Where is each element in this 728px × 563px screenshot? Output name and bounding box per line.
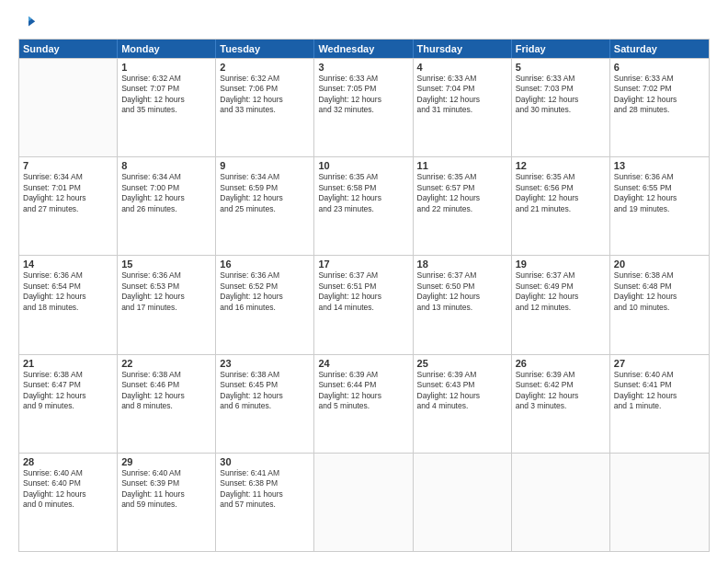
cell-text: Sunrise: 6:39 AM Sunset: 6:44 PM Dayligh… [318, 370, 408, 412]
cell-text: Sunrise: 6:36 AM Sunset: 6:53 PM Dayligh… [121, 270, 211, 313]
day-number: 10 [318, 160, 408, 171]
cell-text: Sunrise: 6:36 AM Sunset: 6:52 PM Dayligh… [220, 270, 310, 313]
calendar-body: 1Sunrise: 6:32 AM Sunset: 7:07 PM Daylig… [19, 58, 709, 551]
calendar-cell: 12Sunrise: 6:35 AM Sunset: 6:56 PM Dayli… [512, 157, 610, 255]
cell-text: Sunrise: 6:34 AM Sunset: 6:59 PM Dayligh… [220, 172, 310, 214]
day-number: 6 [614, 62, 705, 73]
cell-text: Sunrise: 6:36 AM Sunset: 6:54 PM Dayligh… [23, 270, 113, 313]
calendar-cell: 3Sunrise: 6:33 AM Sunset: 7:05 PM Daylig… [314, 59, 413, 156]
calendar-cell [314, 454, 413, 551]
calendar-cell [512, 454, 610, 551]
weekday-header: Thursday [414, 40, 512, 58]
cell-text: Sunrise: 6:38 AM Sunset: 6:46 PM Dayligh… [121, 370, 211, 412]
day-number: 1 [121, 62, 211, 73]
cell-text: Sunrise: 6:40 AM Sunset: 6:41 PM Dayligh… [614, 370, 705, 412]
day-number: 26 [516, 358, 606, 369]
cell-text: Sunrise: 6:41 AM Sunset: 6:38 PM Dayligh… [220, 468, 310, 511]
calendar-cell [414, 454, 512, 551]
day-number: 20 [614, 259, 705, 270]
calendar-cell: 5Sunrise: 6:33 AM Sunset: 7:03 PM Daylig… [512, 59, 610, 156]
weekday-header: Wednesday [314, 40, 413, 58]
cell-text: Sunrise: 6:38 AM Sunset: 6:47 PM Dayligh… [23, 370, 113, 412]
calendar-cell: 17Sunrise: 6:37 AM Sunset: 6:51 PM Dayli… [314, 256, 413, 353]
cell-text: Sunrise: 6:34 AM Sunset: 7:01 PM Dayligh… [23, 172, 113, 214]
cell-text: Sunrise: 6:39 AM Sunset: 6:43 PM Dayligh… [417, 370, 507, 412]
day-number: 12 [516, 160, 606, 171]
day-number: 11 [417, 160, 507, 171]
cell-text: Sunrise: 6:33 AM Sunset: 7:05 PM Dayligh… [318, 74, 408, 116]
calendar-header: SundayMondayTuesdayWednesdayThursdayFrid… [19, 40, 709, 58]
cell-text: Sunrise: 6:32 AM Sunset: 7:07 PM Dayligh… [121, 74, 211, 116]
day-number: 8 [121, 160, 211, 171]
logo-flag-icon [20, 15, 37, 31]
calendar-cell: 25Sunrise: 6:39 AM Sunset: 6:43 PM Dayli… [414, 355, 512, 453]
day-number: 19 [516, 259, 606, 270]
calendar-cell: 21Sunrise: 6:38 AM Sunset: 6:47 PM Dayli… [19, 355, 118, 453]
cell-text: Sunrise: 6:40 AM Sunset: 6:40 PM Dayligh… [23, 468, 113, 511]
weekday-header: Saturday [610, 40, 709, 58]
day-number: 23 [220, 358, 310, 369]
calendar-cell [610, 454, 709, 551]
calendar-cell: 26Sunrise: 6:39 AM Sunset: 6:42 PM Dayli… [512, 355, 610, 453]
cell-text: Sunrise: 6:37 AM Sunset: 6:50 PM Dayligh… [417, 270, 507, 313]
cell-text: Sunrise: 6:37 AM Sunset: 6:51 PM Dayligh… [318, 270, 408, 313]
calendar-cell: 30Sunrise: 6:41 AM Sunset: 6:38 PM Dayli… [216, 454, 314, 551]
day-number: 16 [220, 259, 310, 270]
weekday-header: Tuesday [216, 40, 314, 58]
calendar-row: 7Sunrise: 6:34 AM Sunset: 7:01 PM Daylig… [19, 156, 709, 255]
cell-text: Sunrise: 6:33 AM Sunset: 7:02 PM Dayligh… [614, 74, 705, 116]
calendar-cell: 14Sunrise: 6:36 AM Sunset: 6:54 PM Dayli… [19, 256, 118, 353]
calendar-cell: 13Sunrise: 6:36 AM Sunset: 6:55 PM Dayli… [610, 157, 709, 255]
calendar-cell: 19Sunrise: 6:37 AM Sunset: 6:49 PM Dayli… [512, 256, 610, 353]
cell-text: Sunrise: 6:38 AM Sunset: 6:48 PM Dayligh… [614, 270, 705, 313]
calendar-cell: 23Sunrise: 6:38 AM Sunset: 6:45 PM Dayli… [216, 355, 314, 453]
day-number: 17 [318, 259, 408, 270]
calendar-cell: 10Sunrise: 6:35 AM Sunset: 6:58 PM Dayli… [314, 157, 413, 255]
calendar-cell: 27Sunrise: 6:40 AM Sunset: 6:41 PM Dayli… [610, 355, 709, 453]
calendar-cell: 29Sunrise: 6:40 AM Sunset: 6:39 PM Dayli… [118, 454, 216, 551]
calendar-cell: 6Sunrise: 6:33 AM Sunset: 7:02 PM Daylig… [610, 59, 709, 156]
day-number: 3 [318, 62, 408, 73]
weekday-header: Monday [118, 40, 216, 58]
calendar-cell: 18Sunrise: 6:37 AM Sunset: 6:50 PM Dayli… [414, 256, 512, 353]
calendar-cell: 22Sunrise: 6:38 AM Sunset: 6:46 PM Dayli… [118, 355, 216, 453]
cell-text: Sunrise: 6:35 AM Sunset: 6:57 PM Dayligh… [417, 172, 507, 214]
day-number: 25 [417, 358, 507, 369]
calendar-row: 1Sunrise: 6:32 AM Sunset: 7:07 PM Daylig… [19, 58, 709, 156]
calendar-cell: 20Sunrise: 6:38 AM Sunset: 6:48 PM Dayli… [610, 256, 709, 353]
cell-text: Sunrise: 6:34 AM Sunset: 7:00 PM Dayligh… [121, 172, 211, 214]
day-number: 13 [614, 160, 705, 171]
calendar-cell: 7Sunrise: 6:34 AM Sunset: 7:01 PM Daylig… [19, 157, 118, 255]
cell-text: Sunrise: 6:38 AM Sunset: 6:45 PM Dayligh… [220, 370, 310, 412]
day-number: 28 [23, 456, 113, 467]
calendar-cell: 11Sunrise: 6:35 AM Sunset: 6:57 PM Dayli… [414, 157, 512, 255]
cell-text: Sunrise: 6:35 AM Sunset: 6:58 PM Dayligh… [318, 172, 408, 214]
calendar-cell: 9Sunrise: 6:34 AM Sunset: 6:59 PM Daylig… [216, 157, 314, 255]
day-number: 4 [417, 62, 507, 73]
day-number: 14 [23, 259, 113, 270]
cell-text: Sunrise: 6:33 AM Sunset: 7:04 PM Dayligh… [417, 74, 507, 116]
day-number: 5 [516, 62, 606, 73]
cell-text: Sunrise: 6:33 AM Sunset: 7:03 PM Dayligh… [516, 74, 606, 116]
weekday-header: Friday [512, 40, 610, 58]
calendar-row: 21Sunrise: 6:38 AM Sunset: 6:47 PM Dayli… [19, 354, 709, 453]
calendar-cell: 2Sunrise: 6:32 AM Sunset: 7:06 PM Daylig… [216, 59, 314, 156]
header [18, 15, 710, 29]
calendar-cell: 24Sunrise: 6:39 AM Sunset: 6:44 PM Dayli… [314, 355, 413, 453]
day-number: 9 [220, 160, 310, 171]
day-number: 24 [318, 358, 408, 369]
calendar: SundayMondayTuesdayWednesdayThursdayFrid… [18, 39, 710, 552]
page: SundayMondayTuesdayWednesdayThursdayFrid… [0, 0, 728, 563]
calendar-cell: 16Sunrise: 6:36 AM Sunset: 6:52 PM Dayli… [216, 256, 314, 353]
day-number: 22 [121, 358, 211, 369]
day-number: 15 [121, 259, 211, 270]
day-number: 30 [220, 456, 310, 467]
calendar-cell: 15Sunrise: 6:36 AM Sunset: 6:53 PM Dayli… [118, 256, 216, 353]
day-number: 2 [220, 62, 310, 73]
day-number: 27 [614, 358, 705, 369]
calendar-cell: 1Sunrise: 6:32 AM Sunset: 7:07 PM Daylig… [118, 59, 216, 156]
cell-text: Sunrise: 6:35 AM Sunset: 6:56 PM Dayligh… [516, 172, 606, 214]
day-number: 29 [121, 456, 211, 467]
calendar-cell [19, 59, 118, 156]
day-number: 18 [417, 259, 507, 270]
